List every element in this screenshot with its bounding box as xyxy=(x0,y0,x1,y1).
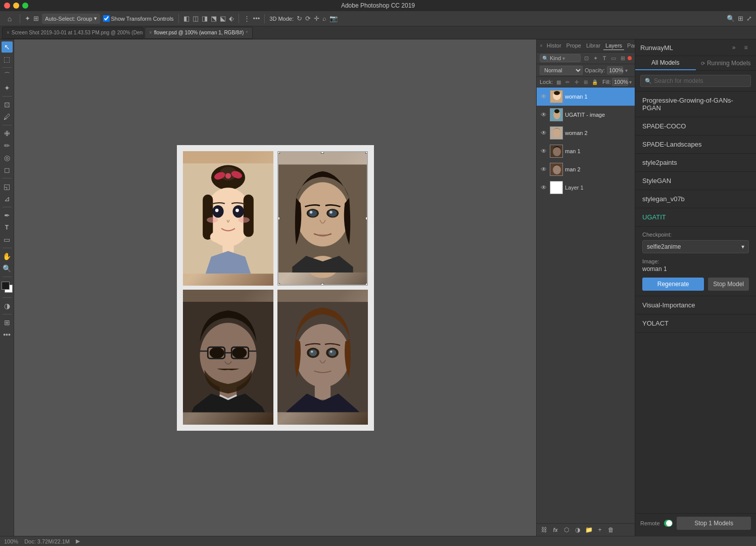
color-swatches[interactable] xyxy=(2,282,13,293)
move-tool[interactable]: ↖ xyxy=(2,41,13,53)
regenerate-btn[interactable]: Regenerate xyxy=(642,278,704,291)
status-arrow[interactable]: ▶ xyxy=(76,538,80,544)
align-top-icon[interactable]: ⬔ xyxy=(211,15,217,22)
brush-tool[interactable]: ✏ xyxy=(2,140,13,151)
layer-eye-ugatit[interactable]: 👁 xyxy=(540,111,548,119)
hand-tool[interactable]: ✋ xyxy=(2,251,13,262)
panel-close-btn[interactable]: × xyxy=(540,43,543,49)
lasso-tool[interactable]: ⌒ xyxy=(2,70,13,81)
layer-item-woman2[interactable]: 👁 woman 2 xyxy=(537,124,635,142)
gradient-tool[interactable]: ◱ xyxy=(2,181,13,192)
add-group-btn[interactable]: 📁 xyxy=(584,525,593,534)
lock-all-icon[interactable]: 🔒 xyxy=(591,78,598,85)
zoom-3d-icon[interactable]: ⌕ xyxy=(322,15,326,22)
kind-dropdown-icon[interactable]: ▾ xyxy=(562,56,565,61)
runway-tab-running-models[interactable]: ⟳ Running Models xyxy=(696,56,757,70)
model-item-spade-landscapes[interactable]: SPADE-Landscapes xyxy=(635,135,756,154)
checkpoint-select[interactable]: selfie2anime ▾ xyxy=(642,240,749,253)
layer-eye-woman2[interactable]: 👁 xyxy=(540,129,548,137)
pan-3d-icon[interactable]: ✛ xyxy=(314,15,319,22)
blend-mode-select[interactable]: Normal Multiply Screen Overlay xyxy=(540,66,583,75)
layer-eye-man1[interactable]: 👁 xyxy=(540,147,548,155)
eraser-tool[interactable]: ◻ xyxy=(2,164,13,175)
filter-shape-icon[interactable]: ▭ xyxy=(609,54,618,62)
arrange-icon[interactable]: ⊞ xyxy=(33,15,39,22)
filter-adjustment-icon[interactable]: ✦ xyxy=(591,54,599,62)
opacity-dropdown-icon[interactable]: ▾ xyxy=(625,68,628,73)
blur-tool[interactable]: ⊿ xyxy=(2,193,13,204)
filter-text-icon[interactable]: T xyxy=(600,54,608,62)
align-left-icon[interactable]: ◧ xyxy=(183,15,190,22)
layer-eye-layer1[interactable]: 👁 xyxy=(540,184,548,192)
tab-librar[interactable]: Librar xyxy=(584,41,602,50)
tab-layers[interactable]: Layers xyxy=(603,41,624,50)
magic-wand-tool[interactable]: ✦ xyxy=(2,82,13,94)
layer-item-woman1[interactable]: 👁 woman 1 xyxy=(537,87,635,106)
model-item-yolact[interactable]: YOLACT xyxy=(635,314,756,333)
marquee-tool[interactable]: ⬚ xyxy=(2,54,13,65)
model-item-stylegan[interactable]: StyleGAN xyxy=(635,172,756,190)
tab-screenshot[interactable]: × Screen Shot 2019-10-01 at 1.43.53 PM.p… xyxy=(2,27,144,39)
foreground-color-swatch[interactable] xyxy=(2,282,10,290)
eyedropper-tool[interactable]: 🖊 xyxy=(2,111,13,122)
remote-toggle[interactable] xyxy=(664,520,673,527)
runway-tab-all-models[interactable]: All Models xyxy=(635,56,696,70)
runway-search-input[interactable] xyxy=(654,77,746,84)
screen-mode-icon[interactable]: ⊞ xyxy=(2,317,13,328)
shape-tool[interactable]: ▭ xyxy=(2,234,13,245)
fill-value[interactable]: 100% xyxy=(612,78,628,86)
add-mask-btn[interactable]: ⬡ xyxy=(562,525,571,534)
stop-models-btn[interactable]: Stop 1 Models xyxy=(677,517,751,530)
layer-item-layer1[interactable]: 👁 Layer 1 xyxy=(537,178,635,197)
tab-close-screenshot[interactable]: × xyxy=(7,30,10,35)
lock-transparency-icon[interactable]: ▩ xyxy=(555,78,562,85)
add-adjustment-btn[interactable]: ◑ xyxy=(573,525,582,534)
close-button[interactable] xyxy=(4,3,10,9)
align-right-icon[interactable]: ◨ xyxy=(202,15,208,22)
move-tool-icon[interactable]: ✦ xyxy=(25,15,30,22)
text-tool[interactable]: T xyxy=(2,222,13,233)
model-item-stylegan-v07b[interactable]: stylegan_v07b xyxy=(635,190,756,208)
align-middle-icon[interactable]: ⬕ xyxy=(220,15,226,22)
zoom-tool[interactable]: 🔍 xyxy=(2,263,13,274)
delete-layer-btn[interactable]: 🗑 xyxy=(606,525,616,534)
auto-select-btn[interactable]: Auto-Select: Group ▾ xyxy=(42,14,100,24)
tab-flower[interactable]: × flower.psd @ 100% (woman 1, RGB/8#) * xyxy=(145,27,253,39)
tab-close-flower[interactable]: × xyxy=(149,30,152,35)
maximize-button[interactable] xyxy=(22,3,28,9)
healing-tool[interactable]: ✙ xyxy=(2,128,13,139)
lock-position-icon[interactable]: ✛ xyxy=(573,78,580,85)
opacity-value[interactable]: 100% xyxy=(607,66,623,74)
link-layers-btn[interactable]: ⛓ xyxy=(540,525,549,534)
model-item-pgan[interactable]: Progressive-Growing-of-GANs-PGAN xyxy=(635,92,756,117)
tab-histor[interactable]: Histor xyxy=(545,41,563,50)
workspace-icon[interactable]: ⊞ xyxy=(738,15,743,22)
camera-icon[interactable]: 📷 xyxy=(329,15,338,22)
filter-pixel-icon[interactable]: ⊡ xyxy=(582,54,590,62)
model-item-style2paints[interactable]: style2paints xyxy=(635,154,756,172)
tab-prope[interactable]: Prope xyxy=(564,41,583,50)
layer-item-ugatit[interactable]: 👁 UGATIT - image xyxy=(537,106,635,124)
lock-artboard-icon[interactable]: ⊞ xyxy=(582,78,589,85)
rotate-3d-icon[interactable]: ↻ xyxy=(297,15,302,22)
extras-icon[interactable]: ••• xyxy=(2,329,13,340)
new-layer-btn[interactable]: + xyxy=(595,525,604,534)
expand-icon[interactable]: ⤢ xyxy=(746,15,752,22)
runway-expand-btn[interactable]: » xyxy=(729,42,739,53)
crop-tool[interactable]: ⊡ xyxy=(2,99,13,110)
more-icon[interactable]: ••• xyxy=(253,15,260,22)
clone-tool[interactable]: ◎ xyxy=(2,152,13,163)
layer-eye-woman1[interactable]: 👁 xyxy=(540,93,548,101)
align-center-icon[interactable]: ◫ xyxy=(193,15,199,22)
quick-mask-icon[interactable]: ◑ xyxy=(2,300,13,311)
lock-paint-icon[interactable]: ✏ xyxy=(564,78,571,85)
ugatit-header[interactable]: UGATIT xyxy=(635,208,756,226)
model-item-visual-importance[interactable]: Visual-Importance xyxy=(635,296,756,314)
canvas-area[interactable] xyxy=(14,39,536,536)
fill-dropdown-icon[interactable]: ▾ xyxy=(629,79,632,85)
filter-smart-icon[interactable]: ⊞ xyxy=(619,54,627,62)
model-item-spade-coco[interactable]: SPADE-COCO xyxy=(635,117,756,135)
transform-checkbox[interactable] xyxy=(103,15,110,22)
pen-tool[interactable]: ✒ xyxy=(2,210,13,221)
layer-fx-btn[interactable]: fx xyxy=(551,525,560,534)
